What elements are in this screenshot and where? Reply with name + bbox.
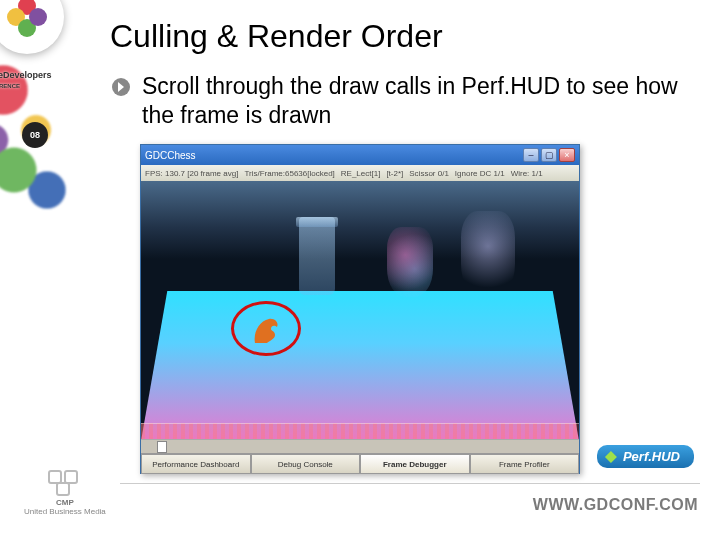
bullet-row: Scroll through the draw calls in Perf.HU…	[112, 72, 690, 130]
ignore-readout: Ignore DC 1/1	[455, 169, 505, 178]
body-content: Scroll through the draw calls in Perf.HU…	[112, 72, 690, 130]
slider-thumb[interactable]	[157, 441, 167, 453]
tab-frame-profiler[interactable]: Frame Profiler	[470, 454, 580, 474]
perfhud-bottom: Performance Dashboard Debug Console Fram…	[141, 439, 579, 473]
highlight-circle-icon	[231, 301, 301, 356]
perfhud-toolbar: FPS: 130.7 [20 frame avg] Tris/Frame:656…	[141, 165, 579, 181]
drawcall-slider[interactable]	[141, 440, 579, 454]
rook-piece	[299, 217, 335, 295]
cmp-logo: CMP United Business Media	[24, 470, 106, 516]
fps-readout: FPS: 130.7 [20 frame avg]	[145, 169, 238, 178]
conference-name-text: GameDevelopers	[0, 70, 52, 80]
close-button[interactable]: ×	[559, 148, 575, 162]
perfhud-badge: Perf.HUD	[597, 445, 694, 468]
slide-root: GameDevelopers CONFERENCE 08 Culling & R…	[0, 0, 720, 540]
play-bullet-icon	[112, 78, 130, 96]
conference-subline: CONFERENCE	[0, 83, 20, 89]
minimize-button[interactable]: –	[523, 148, 539, 162]
bullet-text: Scroll through the draw calls in Perf.HU…	[142, 72, 690, 130]
chess-board	[141, 291, 579, 441]
cmp-text: CMP	[24, 498, 106, 507]
maximize-button[interactable]: ▢	[541, 148, 557, 162]
year-badge: 08	[22, 122, 48, 148]
td-readout: [t-2*]	[386, 169, 403, 178]
perfhud-viewport[interactable]	[141, 181, 579, 441]
footer-rule	[120, 483, 700, 484]
scissor-readout: Scissor 0/1	[409, 169, 449, 178]
cmp-mark-icon	[48, 470, 82, 496]
tris-readout: Tris/Frame:65636[locked]	[244, 169, 334, 178]
window-titlebar[interactable]: GDCChess – ▢ ×	[141, 145, 579, 165]
gdconf-url: WWW.GDCONF.COM	[533, 496, 698, 514]
ghost-piece-1	[387, 227, 433, 297]
window-title-text: GDCChess	[145, 150, 196, 161]
page-title: Culling & Render Order	[110, 18, 443, 55]
perfhud-tabs: Performance Dashboard Debug Console Fram…	[141, 454, 579, 474]
wire-readout: Wire: 1/1	[511, 169, 543, 178]
cmp-subtext: United Business Media	[24, 507, 106, 516]
tab-debug-console[interactable]: Debug Console	[251, 454, 361, 474]
tab-performance-dashboard[interactable]: Performance Dashboard	[141, 454, 251, 474]
ghost-piece-2	[461, 211, 515, 299]
left-decoration: GameDevelopers CONFERENCE 08	[0, 0, 100, 510]
conference-name: GameDevelopers CONFERENCE	[0, 70, 52, 90]
tab-frame-debugger[interactable]: Frame Debugger	[360, 454, 470, 474]
perfhud-window: GDCChess – ▢ × FPS: 130.7 [20 frame avg]…	[140, 144, 580, 474]
re-readout: RE_Lect[1]	[341, 169, 381, 178]
